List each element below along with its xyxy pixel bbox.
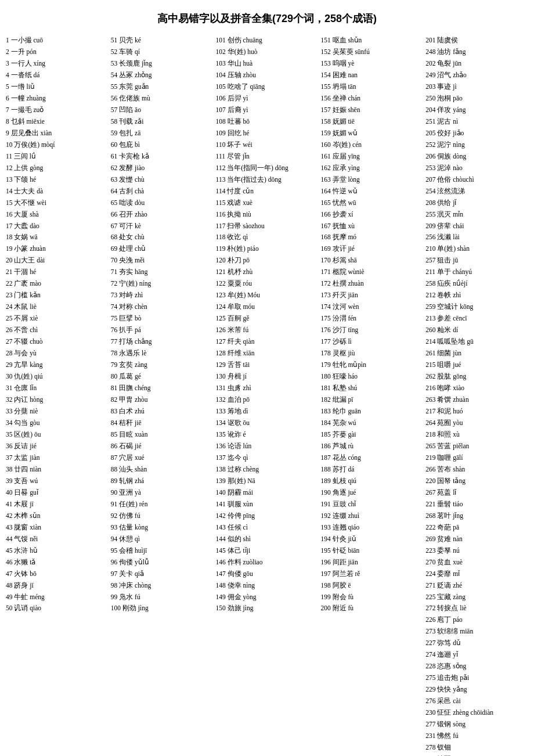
list-item: 274 迤逦 yǐ — [425, 649, 528, 660]
list-item: 222 奇葩 pā — [425, 522, 528, 533]
list-item: 93 估量 kòng — [111, 522, 214, 533]
list-item: 163 弄堂 lòng — [320, 174, 423, 185]
list-item — [320, 684, 423, 695]
list-item: 121 机杼 zhù — [216, 267, 319, 278]
list-item: 255 泯灭 mǐn — [425, 209, 528, 220]
list-item: 7 一撮毛 zuǒ — [6, 105, 109, 116]
list-item: 59 包扎 zā — [111, 128, 214, 139]
list-item — [111, 719, 214, 730]
list-item: 18 女娲 wā — [6, 232, 109, 243]
list-item: 204 佯攻 yáng — [425, 105, 528, 116]
list-item: 258 疝疾 nǘèjí — [425, 278, 528, 289]
list-item: 86 石碣 jié — [111, 441, 214, 452]
list-item: 110 坏子 wéi — [216, 139, 319, 150]
list-item: 28 与会 yù — [6, 348, 109, 359]
list-item: 147 佝偻 gōu — [216, 568, 319, 579]
list-item: 162 应承 yìng — [320, 163, 423, 174]
list-item: 194 针灸 jiǔ — [320, 534, 423, 545]
list-item — [216, 742, 319, 753]
list-item: 9 层见叠出 xiàn — [6, 128, 109, 139]
list-item: 22 广袤 mào — [6, 278, 109, 289]
list-item: 39 支吾 wú — [6, 476, 109, 487]
list-item: 210 单(姓) shàn — [425, 243, 528, 254]
list-item: 262 股肱 gōng — [425, 371, 528, 382]
list-item: 170 杉篙 shā — [320, 255, 423, 266]
list-item: 102 华(姓) huò — [216, 46, 319, 57]
list-item: 199 附会 fù — [320, 592, 423, 603]
list-item: 116 执拗 niù — [216, 209, 319, 220]
list-item: 16 大厦 shà — [6, 209, 109, 220]
list-item: 196 间距 jiān — [320, 557, 423, 568]
list-item: 211 单于 chányú — [425, 267, 528, 278]
list-item: 32 内讧 hòng — [6, 394, 109, 405]
list-item: 3 一行人 xíng — [6, 58, 109, 69]
list-item: 103 华山 huà — [216, 58, 319, 69]
list-item — [320, 661, 423, 672]
list-item: 201 陆虞侯 — [425, 35, 528, 46]
list-item: 203 事迹 jì — [425, 81, 528, 92]
list-item: 115 戏谑 xuè — [216, 197, 319, 208]
list-item: 29 亢旱 kàng — [6, 359, 109, 370]
list-item: 146 作料 zuòliao — [216, 557, 319, 568]
list-item — [6, 684, 109, 695]
list-item: 17 大蠹 dào — [6, 221, 109, 232]
list-item: 188 苏打 dá — [320, 464, 423, 475]
list-item: 148 侥幸 nìng — [216, 580, 319, 591]
list-item: 158 妩媚 tiē — [320, 116, 423, 127]
list-item: 136 论语 lún — [216, 441, 319, 452]
list-item: 23 门槛 kǎn — [6, 290, 109, 301]
list-item: 223 委孥 nú — [425, 545, 528, 556]
list-item — [320, 649, 423, 660]
list-item: 183 纶巾 guān — [320, 406, 423, 417]
list-item: 193 连翘 qiáo — [320, 522, 423, 533]
list-item — [216, 661, 319, 672]
list-item: 6 一幢 zhuàng — [6, 93, 109, 104]
list-item: 249 沼气 zhǎo — [425, 70, 528, 81]
list-item — [320, 696, 423, 707]
list-item — [320, 614, 423, 625]
list-item: 127 纤夫 qiàn — [216, 336, 319, 347]
list-item: 176 沙汀 tīng — [320, 325, 423, 336]
list-item: 10 万俟(姓) mòqí — [6, 139, 109, 150]
list-item: 132 血泊 pō — [216, 394, 319, 405]
list-item: 42 木榫 sǔn — [6, 510, 109, 521]
list-item: 154 困难 nan — [320, 70, 423, 81]
list-item: 173 歼灭 jiān — [320, 290, 423, 301]
list-item: 150 劲旅 jìng — [216, 603, 319, 614]
list-item: 109 回纥 hé — [216, 128, 319, 139]
list-item: 152 吴茱萸 sūnfú — [320, 46, 423, 57]
list-item: 82 甲胄 zhòu — [111, 394, 214, 405]
list-item: 64 古刹 chà — [111, 186, 214, 197]
list-item: 267 苑盖 lǐ — [425, 487, 528, 498]
list-item: 202 龟裂 jūn — [425, 58, 528, 69]
list-item: 37 太监 jiàn — [6, 452, 109, 463]
list-item: 31 仓廪 lǐn — [6, 383, 109, 394]
list-item — [6, 638, 109, 649]
list-item — [111, 684, 214, 695]
list-item: 33 分蘖 niè — [6, 406, 109, 417]
list-item: 87 穴居 xué — [111, 452, 214, 463]
list-item: 272 转捩点 liè — [425, 603, 528, 614]
list-item: 175 汾渭 fén — [320, 313, 423, 324]
list-item: 225 宝藏 zàng — [425, 592, 528, 603]
list-item: 142 伶俜 pīng — [216, 510, 319, 521]
list-item: 48 跻身 jī — [6, 580, 109, 591]
list-item: 269 贫难 nàn — [425, 534, 528, 545]
list-item: 85 目眩 xuàn — [111, 429, 214, 440]
list-item: 157 妊娠 shēn — [320, 105, 423, 116]
list-item: 160 岑(姓) cén — [320, 139, 423, 150]
list-item: 217 和泥 huó — [425, 406, 528, 417]
list-item: 67 可汗 kè — [111, 221, 214, 232]
list-item: 118 收讫 qì — [216, 232, 319, 243]
list-item — [6, 707, 109, 718]
word-list: 1 一小撮 cuō51 贝壳 ké101 创伤 chuāng151 呕血 shǔ… — [6, 35, 528, 756]
list-item: 251 泥古 nì — [425, 116, 528, 127]
list-item: 254 泫然流涕 — [425, 186, 528, 197]
list-item: 114 忖度 cǔn — [216, 186, 319, 197]
list-item: 81 田膴 chéng — [111, 383, 214, 394]
list-item: 101 创伤 chuāng — [216, 35, 319, 46]
list-item: 128 纤维 xiān — [216, 348, 319, 359]
list-item: 231 怫然 fú — [425, 730, 528, 741]
list-item: 8 乜斜 miēxie — [6, 116, 109, 127]
list-item: 273 软绵绵 miān — [425, 626, 528, 637]
